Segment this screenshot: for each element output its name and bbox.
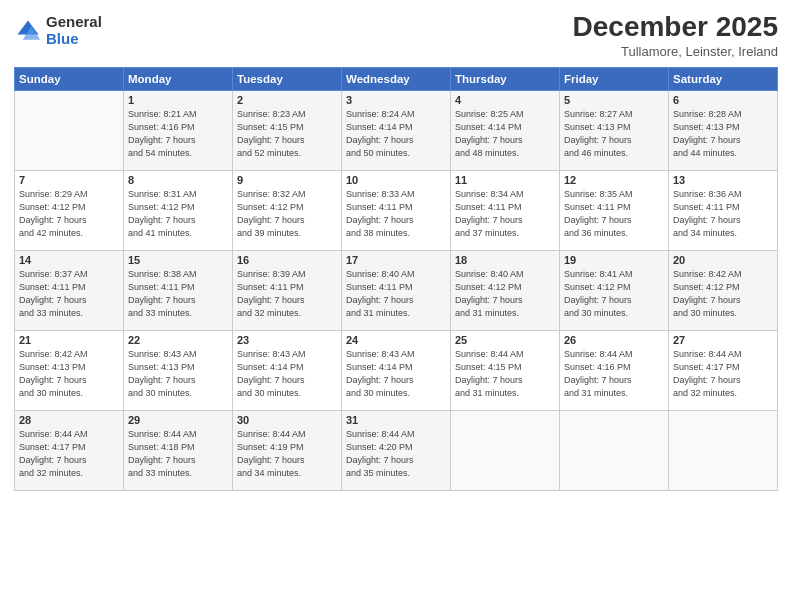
calendar-container: General Blue December 2025 Tullamore, Le… — [0, 0, 792, 612]
day-number: 13 — [673, 174, 773, 186]
cell-content: Sunrise: 8:39 AMSunset: 4:11 PMDaylight:… — [237, 268, 337, 320]
cell-content: Sunrise: 8:44 AMSunset: 4:20 PMDaylight:… — [346, 428, 446, 480]
calendar-cell: 24Sunrise: 8:43 AMSunset: 4:14 PMDayligh… — [342, 330, 451, 410]
calendar-cell: 14Sunrise: 8:37 AMSunset: 4:11 PMDayligh… — [15, 250, 124, 330]
day-number: 23 — [237, 334, 337, 346]
cell-content: Sunrise: 8:44 AMSunset: 4:15 PMDaylight:… — [455, 348, 555, 400]
calendar-cell: 12Sunrise: 8:35 AMSunset: 4:11 PMDayligh… — [560, 170, 669, 250]
col-header-tuesday: Tuesday — [233, 67, 342, 90]
calendar-cell: 9Sunrise: 8:32 AMSunset: 4:12 PMDaylight… — [233, 170, 342, 250]
calendar-cell: 15Sunrise: 8:38 AMSunset: 4:11 PMDayligh… — [124, 250, 233, 330]
day-number: 19 — [564, 254, 664, 266]
logo-blue-label: Blue — [46, 31, 102, 48]
calendar-cell: 16Sunrise: 8:39 AMSunset: 4:11 PMDayligh… — [233, 250, 342, 330]
cell-content: Sunrise: 8:38 AMSunset: 4:11 PMDaylight:… — [128, 268, 228, 320]
cell-content: Sunrise: 8:44 AMSunset: 4:16 PMDaylight:… — [564, 348, 664, 400]
day-number: 7 — [19, 174, 119, 186]
cell-content: Sunrise: 8:31 AMSunset: 4:12 PMDaylight:… — [128, 188, 228, 240]
calendar-cell: 23Sunrise: 8:43 AMSunset: 4:14 PMDayligh… — [233, 330, 342, 410]
day-number: 14 — [19, 254, 119, 266]
cell-content: Sunrise: 8:41 AMSunset: 4:12 PMDaylight:… — [564, 268, 664, 320]
day-number: 12 — [564, 174, 664, 186]
cell-content: Sunrise: 8:32 AMSunset: 4:12 PMDaylight:… — [237, 188, 337, 240]
day-number: 10 — [346, 174, 446, 186]
calendar-cell: 13Sunrise: 8:36 AMSunset: 4:11 PMDayligh… — [669, 170, 778, 250]
col-header-friday: Friday — [560, 67, 669, 90]
cell-content: Sunrise: 8:29 AMSunset: 4:12 PMDaylight:… — [19, 188, 119, 240]
calendar-cell — [669, 410, 778, 490]
day-number: 1 — [128, 94, 228, 106]
calendar-week-3: 21Sunrise: 8:42 AMSunset: 4:13 PMDayligh… — [15, 330, 778, 410]
cell-content: Sunrise: 8:43 AMSunset: 4:14 PMDaylight:… — [237, 348, 337, 400]
day-number: 30 — [237, 414, 337, 426]
col-header-wednesday: Wednesday — [342, 67, 451, 90]
col-header-monday: Monday — [124, 67, 233, 90]
calendar-cell — [560, 410, 669, 490]
header-row: SundayMondayTuesdayWednesdayThursdayFrid… — [15, 67, 778, 90]
cell-content: Sunrise: 8:42 AMSunset: 4:13 PMDaylight:… — [19, 348, 119, 400]
day-number: 17 — [346, 254, 446, 266]
calendar-cell: 30Sunrise: 8:44 AMSunset: 4:19 PMDayligh… — [233, 410, 342, 490]
calendar-cell: 1Sunrise: 8:21 AMSunset: 4:16 PMDaylight… — [124, 90, 233, 170]
calendar-cell: 10Sunrise: 8:33 AMSunset: 4:11 PMDayligh… — [342, 170, 451, 250]
day-number: 21 — [19, 334, 119, 346]
cell-content: Sunrise: 8:44 AMSunset: 4:18 PMDaylight:… — [128, 428, 228, 480]
calendar-cell: 28Sunrise: 8:44 AMSunset: 4:17 PMDayligh… — [15, 410, 124, 490]
calendar-cell: 11Sunrise: 8:34 AMSunset: 4:11 PMDayligh… — [451, 170, 560, 250]
calendar-cell: 20Sunrise: 8:42 AMSunset: 4:12 PMDayligh… — [669, 250, 778, 330]
logo-icon — [14, 17, 42, 45]
col-header-thursday: Thursday — [451, 67, 560, 90]
day-number: 24 — [346, 334, 446, 346]
day-number: 6 — [673, 94, 773, 106]
calendar-cell: 19Sunrise: 8:41 AMSunset: 4:12 PMDayligh… — [560, 250, 669, 330]
cell-content: Sunrise: 8:40 AMSunset: 4:12 PMDaylight:… — [455, 268, 555, 320]
location-label: Tullamore, Leinster, Ireland — [573, 44, 778, 59]
cell-content: Sunrise: 8:21 AMSunset: 4:16 PMDaylight:… — [128, 108, 228, 160]
title-block: December 2025 Tullamore, Leinster, Irela… — [573, 10, 778, 59]
col-header-saturday: Saturday — [669, 67, 778, 90]
cell-content: Sunrise: 8:43 AMSunset: 4:13 PMDaylight:… — [128, 348, 228, 400]
logo-general-label: General — [46, 14, 102, 31]
cell-content: Sunrise: 8:25 AMSunset: 4:14 PMDaylight:… — [455, 108, 555, 160]
calendar-cell: 4Sunrise: 8:25 AMSunset: 4:14 PMDaylight… — [451, 90, 560, 170]
day-number: 16 — [237, 254, 337, 266]
cell-content: Sunrise: 8:28 AMSunset: 4:13 PMDaylight:… — [673, 108, 773, 160]
calendar-cell: 5Sunrise: 8:27 AMSunset: 4:13 PMDaylight… — [560, 90, 669, 170]
calendar-cell: 2Sunrise: 8:23 AMSunset: 4:15 PMDaylight… — [233, 90, 342, 170]
calendar-cell: 21Sunrise: 8:42 AMSunset: 4:13 PMDayligh… — [15, 330, 124, 410]
day-number: 31 — [346, 414, 446, 426]
day-number: 9 — [237, 174, 337, 186]
day-number: 4 — [455, 94, 555, 106]
day-number: 18 — [455, 254, 555, 266]
cell-content: Sunrise: 8:37 AMSunset: 4:11 PMDaylight:… — [19, 268, 119, 320]
day-number: 2 — [237, 94, 337, 106]
calendar-cell: 7Sunrise: 8:29 AMSunset: 4:12 PMDaylight… — [15, 170, 124, 250]
logo: General Blue — [14, 14, 102, 47]
calendar-cell: 22Sunrise: 8:43 AMSunset: 4:13 PMDayligh… — [124, 330, 233, 410]
calendar-week-2: 14Sunrise: 8:37 AMSunset: 4:11 PMDayligh… — [15, 250, 778, 330]
col-header-sunday: Sunday — [15, 67, 124, 90]
cell-content: Sunrise: 8:34 AMSunset: 4:11 PMDaylight:… — [455, 188, 555, 240]
day-number: 27 — [673, 334, 773, 346]
calendar-cell: 26Sunrise: 8:44 AMSunset: 4:16 PMDayligh… — [560, 330, 669, 410]
day-number: 5 — [564, 94, 664, 106]
cell-content: Sunrise: 8:36 AMSunset: 4:11 PMDaylight:… — [673, 188, 773, 240]
cell-content: Sunrise: 8:40 AMSunset: 4:11 PMDaylight:… — [346, 268, 446, 320]
cell-content: Sunrise: 8:33 AMSunset: 4:11 PMDaylight:… — [346, 188, 446, 240]
day-number: 29 — [128, 414, 228, 426]
calendar-week-0: 1Sunrise: 8:21 AMSunset: 4:16 PMDaylight… — [15, 90, 778, 170]
cell-content: Sunrise: 8:44 AMSunset: 4:19 PMDaylight:… — [237, 428, 337, 480]
calendar-week-4: 28Sunrise: 8:44 AMSunset: 4:17 PMDayligh… — [15, 410, 778, 490]
cell-content: Sunrise: 8:42 AMSunset: 4:12 PMDaylight:… — [673, 268, 773, 320]
calendar-cell — [451, 410, 560, 490]
day-number: 20 — [673, 254, 773, 266]
cell-content: Sunrise: 8:23 AMSunset: 4:15 PMDaylight:… — [237, 108, 337, 160]
calendar-cell: 27Sunrise: 8:44 AMSunset: 4:17 PMDayligh… — [669, 330, 778, 410]
cell-content: Sunrise: 8:35 AMSunset: 4:11 PMDaylight:… — [564, 188, 664, 240]
day-number: 25 — [455, 334, 555, 346]
calendar-cell: 31Sunrise: 8:44 AMSunset: 4:20 PMDayligh… — [342, 410, 451, 490]
calendar-cell: 17Sunrise: 8:40 AMSunset: 4:11 PMDayligh… — [342, 250, 451, 330]
calendar-cell: 25Sunrise: 8:44 AMSunset: 4:15 PMDayligh… — [451, 330, 560, 410]
calendar-table: SundayMondayTuesdayWednesdayThursdayFrid… — [14, 67, 778, 491]
day-number: 8 — [128, 174, 228, 186]
